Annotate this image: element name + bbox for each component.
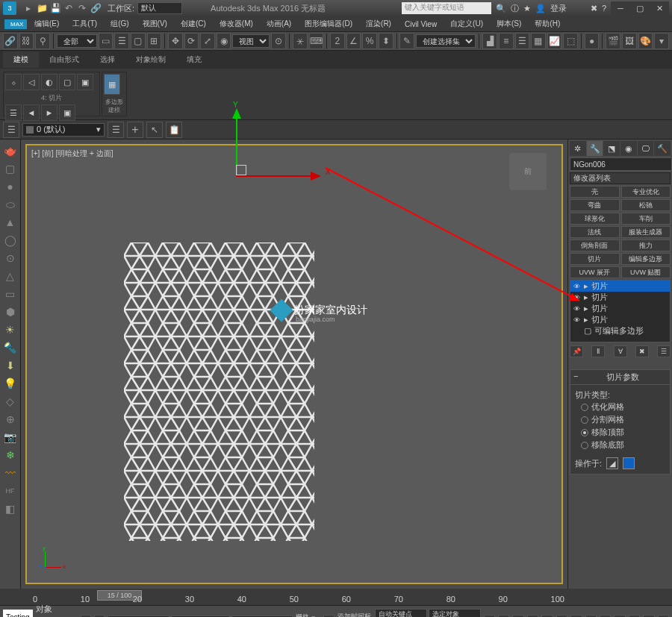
select-region-button[interactable]: ▢	[131, 33, 146, 49]
redo-icon[interactable]: ↷	[76, 2, 88, 14]
isolate-toggle-button[interactable]: 💡	[94, 615, 105, 618]
mod-prooptimize[interactable]: 专业优化	[621, 186, 671, 198]
layer-icon[interactable]: ☰	[3, 122, 19, 138]
modifier-stack[interactable]: 👁▸切片 👁▸切片 👁▸切片 👁▸切片 ▢可编辑多边形	[570, 280, 671, 342]
box-icon[interactable]: ▢	[2, 160, 19, 177]
ribbon-tab-select[interactable]: 选择	[90, 51, 125, 68]
align-button[interactable]: ≡	[499, 33, 514, 49]
workspace-dropdown[interactable]	[137, 2, 182, 14]
minimize-button[interactable]: ─	[611, 1, 630, 15]
snap-2d-button[interactable]: 2	[330, 33, 345, 49]
prev-frame-button[interactable]: ◀	[498, 615, 509, 618]
tab-create[interactable]: ✲	[570, 141, 586, 156]
render-preset-button[interactable]: ▾	[654, 33, 669, 49]
pivot-button[interactable]: ⊙	[271, 33, 286, 49]
select-button[interactable]: ▭	[99, 33, 113, 49]
pan-button[interactable]: ✋	[629, 615, 640, 618]
toggle-icon[interactable]: ◧	[2, 501, 19, 517]
tab-motion[interactable]: ◉	[620, 141, 637, 156]
spacewarps-icon[interactable]: 〰	[2, 465, 19, 481]
zoom-all-button[interactable]: ⊡	[585, 615, 597, 618]
selobj-dropdown[interactable]: 选定对象	[429, 609, 481, 617]
named-sel-dropdown[interactable]: 创建选择集	[416, 34, 476, 48]
time-config-button[interactable]: ⏱	[556, 615, 567, 618]
menu-civil[interactable]: Civil View	[399, 19, 443, 30]
tab-modify[interactable]: 🔧	[587, 141, 603, 156]
render-button[interactable]: 🎨	[638, 33, 653, 49]
spinner-snap-button[interactable]: ⬍	[379, 33, 393, 49]
layer-props-button[interactable]: 📋	[166, 122, 182, 138]
ribbon-prev-button[interactable]: ◄	[23, 104, 40, 121]
mod-shell[interactable]: 壳	[570, 186, 620, 198]
max-logo-small[interactable]: MAX	[4, 19, 27, 29]
isolate-button[interactable]: ☰	[108, 122, 124, 138]
tab-hierarchy[interactable]: ⬔	[603, 141, 620, 156]
zoom-button[interactable]: 🔍	[570, 615, 582, 618]
ribbon-stack-button[interactable]: ☰	[5, 104, 22, 121]
help-icon[interactable]: ?	[602, 4, 606, 13]
helper-icon[interactable]: ⊕	[2, 411, 19, 427]
pin-stack-button[interactable]: 📌	[570, 345, 583, 357]
goto-start-button[interactable]: ⏮	[484, 615, 495, 618]
snap-percent-button[interactable]: %	[362, 33, 377, 49]
ribbon-edge-button[interactable]: ◁	[23, 74, 40, 90]
toggle-ribbon-button[interactable]: ▦	[531, 33, 546, 49]
window-crossing-button[interactable]: ⊞	[147, 33, 162, 49]
goto-end-button[interactable]: ⏭	[541, 615, 553, 618]
zoom-extents-button[interactable]: ⛶	[600, 615, 611, 618]
manipulate-button[interactable]: ⚹	[293, 33, 308, 49]
hf-icon[interactable]: HF	[2, 483, 19, 499]
ribbon-next-button[interactable]: ►	[41, 104, 57, 121]
save-icon[interactable]: 💾	[49, 2, 61, 14]
menu-graph[interactable]: 图形编辑器(D)	[299, 17, 358, 31]
op-poly-button[interactable]	[623, 457, 635, 469]
select-by-button[interactable]: ↖	[146, 122, 163, 138]
exchange-icon[interactable]: ✖	[591, 4, 597, 13]
bind-button[interactable]: ⚲	[35, 33, 50, 49]
named-sel-edit-button[interactable]: ✎	[399, 33, 414, 49]
op-tri-button[interactable]: ◢	[606, 457, 618, 469]
viewport-label[interactable]: [+] [前] [明暗处理 + 边面]	[31, 148, 113, 159]
ribbon-poly-button[interactable]: ▢	[59, 74, 75, 90]
remove-mod-button[interactable]: ✖	[635, 345, 649, 357]
make-unique-button[interactable]: ∀	[614, 345, 627, 357]
tab-utilities[interactable]: 🔨	[654, 141, 671, 156]
star-icon[interactable]: ★	[523, 4, 531, 13]
cylinder-icon[interactable]: ⬭	[2, 196, 19, 213]
mod-slice[interactable]: 切片	[570, 253, 620, 265]
layer-dropdown[interactable]: 0 (默认)▾	[22, 123, 105, 137]
viewport-front[interactable]: [+] [前] [明暗处理 + 边面] 前 Y X 扮家家室内设计 banjia	[25, 144, 563, 584]
ribbon-polymodel-button[interactable]: ▦	[104, 74, 120, 95]
geosphere-icon[interactable]: ⬢	[2, 304, 19, 320]
lock-selection-button[interactable]: 🔒	[81, 615, 91, 618]
ribbon-end-button[interactable]: ▣	[59, 104, 75, 121]
undo-icon[interactable]: ↶	[63, 2, 75, 14]
snap-angle-button[interactable]: ∠	[346, 33, 361, 49]
search-icon[interactable]: 🔍	[496, 4, 506, 13]
mod-lathe[interactable]: 车削	[621, 213, 671, 225]
search-input[interactable]: 键入关键字或短语	[402, 2, 491, 14]
time-tag-button[interactable]: 🔑	[323, 615, 335, 618]
maxview-button[interactable]: ⛶	[658, 615, 669, 618]
mod-editpoly[interactable]: 编辑多边形	[621, 253, 671, 265]
menu-script[interactable]: 脚本(S)	[491, 17, 527, 31]
object-name-input[interactable]	[570, 157, 672, 171]
menu-create[interactable]: 创建(C)	[175, 17, 212, 31]
timeline[interactable]: 15 / 100 01020 304050 607080 90100	[0, 589, 672, 605]
new-icon[interactable]: ▸	[22, 2, 34, 14]
shape-icon[interactable]: ◇	[2, 393, 19, 410]
link-icon[interactable]: 🔗	[90, 2, 102, 14]
unlink-button[interactable]: ⛓	[19, 33, 34, 49]
user-icon[interactable]: 👤	[535, 4, 546, 13]
ribbon-border-button[interactable]: ◐	[41, 74, 57, 90]
particle-icon[interactable]: ❄	[2, 447, 19, 463]
mod-relax[interactable]: 松驰	[621, 199, 671, 211]
rollout-header[interactable]: −切片参数	[570, 370, 670, 385]
light-direct-icon[interactable]: ⬇	[2, 357, 19, 374]
plane-icon[interactable]: ▭	[2, 286, 19, 302]
mod-uvwunwrap[interactable]: UVW 展开	[570, 266, 620, 278]
mod-bend[interactable]: 弯曲	[570, 199, 620, 211]
menu-render[interactable]: 渲染(R)	[360, 17, 397, 31]
orbit-button[interactable]: 🔄	[643, 615, 654, 618]
addtime-label[interactable]: 添加时间标记	[337, 612, 371, 618]
